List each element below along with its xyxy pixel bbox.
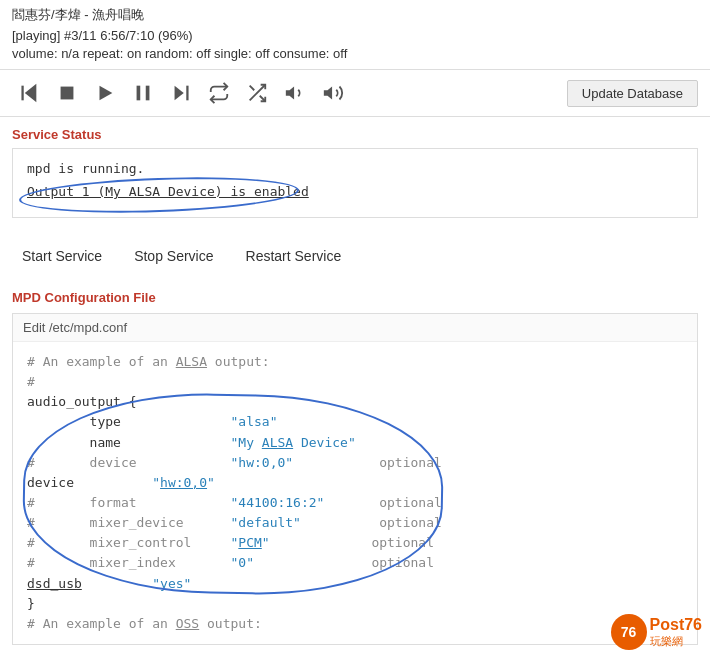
config-line-13: }	[27, 596, 35, 611]
output-underline: Output 1 (My ALSA Device) is enabled	[27, 184, 309, 199]
config-line-12: dsd_usb "yes"	[27, 576, 191, 591]
stop-service-button[interactable]: Stop Service	[118, 240, 229, 272]
config-line-1: # An example of an ALSA output:	[27, 354, 270, 369]
service-status-label: Service Status	[0, 117, 710, 148]
svg-rect-5	[146, 86, 150, 101]
output-status-text: Output 1 (My ALSA Device) is enabled	[27, 184, 309, 199]
config-line-3: audio_output {	[27, 394, 137, 409]
stop-button[interactable]	[50, 78, 84, 108]
config-line-2: #	[27, 374, 35, 389]
config-line-11: # mixer_index "0" optional	[27, 555, 434, 570]
song-title: 閻惠芬/李煒 - 漁舟唱晚	[12, 6, 698, 24]
config-content[interactable]: # An example of an ALSA output: # audio_…	[13, 342, 697, 644]
svg-rect-4	[137, 86, 141, 101]
post76-logo: 76 Post76 玩樂網	[611, 614, 702, 650]
svg-marker-3	[100, 86, 113, 101]
play-button[interactable]	[88, 78, 122, 108]
config-header: Edit /etc/mpd.conf	[13, 314, 697, 342]
logo-sub: 玩樂網	[650, 634, 702, 649]
skip-start-button[interactable]	[12, 78, 46, 108]
start-service-button[interactable]: Start Service	[12, 240, 118, 272]
config-line-10: # mixer_control "PCM" optional	[27, 535, 434, 550]
config-line-4: type "alsa"	[27, 414, 277, 429]
skip-end-button[interactable]	[164, 78, 198, 108]
restart-service-button[interactable]: Restart Service	[230, 240, 358, 272]
config-line-8: # format "44100:16:2" optional	[27, 495, 442, 510]
shuffle-button[interactable]	[240, 78, 274, 108]
svg-rect-2	[61, 87, 74, 100]
svg-marker-6	[175, 86, 184, 101]
svg-line-10	[250, 86, 255, 91]
volume-status: volume: n/a repeat: on random: off singl…	[12, 46, 698, 61]
mpd-config-label: MPD Configuration File	[0, 284, 710, 313]
svg-marker-11	[286, 87, 294, 100]
service-status-box: mpd is running. Output 1 (My ALSA Device…	[12, 148, 698, 218]
logo-text-wrapper: Post76 玩樂網	[647, 616, 702, 649]
logo-post76: Post76	[650, 616, 702, 634]
logo-circle-76: 76	[611, 614, 647, 650]
svg-marker-12	[324, 87, 332, 100]
config-line-5: name "My ALSA Device"	[27, 435, 356, 450]
controls-bar: Update Database	[0, 70, 710, 117]
repeat-button[interactable]	[202, 78, 236, 108]
playing-status: [playing] #3/11 6:56/7:10 (96%)	[12, 28, 698, 43]
config-line-7: device "hw:0,0"	[27, 475, 215, 490]
mpd-running-text: mpd is running.	[27, 161, 683, 176]
top-info-section: 閻惠芬/李煒 - 漁舟唱晚 [playing] #3/11 6:56/7:10 …	[0, 0, 710, 70]
config-line-9: # mixer_device "default" optional	[27, 515, 442, 530]
service-buttons-row: Start Service Stop Service Restart Servi…	[0, 228, 710, 284]
volume-low-button[interactable]	[278, 78, 312, 108]
volume-high-button[interactable]	[316, 78, 350, 108]
config-line-6: # device "hw:0,0" optional	[27, 455, 442, 470]
svg-marker-0	[26, 86, 35, 101]
pause-button[interactable]	[126, 78, 160, 108]
update-database-button[interactable]: Update Database	[567, 80, 698, 107]
config-line-14: # An example of an OSS output:	[27, 616, 262, 631]
config-box: Edit /etc/mpd.conf # An example of an AL…	[12, 313, 698, 645]
